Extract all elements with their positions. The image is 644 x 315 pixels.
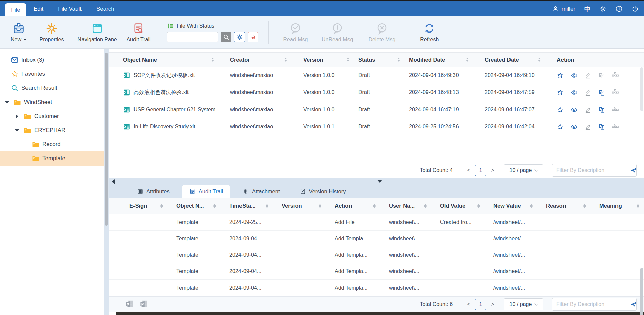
horizontal-scrollbar[interactable] [116,312,644,315]
send-filter-button[interactable] [630,298,637,310]
sidebar-item-windsheet[interactable]: WindSheet [0,95,104,109]
refresh-button[interactable]: Refresh [417,22,442,43]
table-row[interactable]: 高效液相色谱法检验.xlt windsheet\maxiao Version 1… [109,84,644,101]
view-eye-icon[interactable] [571,123,578,130]
read-msg-button[interactable]: Read Msg [283,22,308,43]
sort-icon[interactable] [211,58,214,62]
table-row[interactable]: Template 2024-09-25... Add File windshee… [109,214,644,231]
delete-msg-button[interactable]: Delete Msg [368,22,395,43]
sort-icon[interactable] [213,204,216,208]
new-button[interactable]: New [6,22,32,43]
copy-document-icon[interactable] [598,123,605,130]
power-icon[interactable] [632,5,639,12]
audit-table-scrollbar-thumb[interactable] [640,268,643,315]
table-row[interactable]: Template 2024-09-04... Add Templa... win… [109,231,644,247]
prev-page-button[interactable]: < [462,167,475,174]
page-number[interactable]: 1 [475,165,486,176]
status-settings-button[interactable] [234,32,245,42]
new-dropdown-caret-icon[interactable] [23,39,27,41]
tab-attachment[interactable]: Attachment [235,185,287,198]
workflow-icon[interactable] [612,89,619,96]
sidebar-item-customer[interactable]: Customer [0,109,104,123]
tab-version-history[interactable]: Version History [292,185,353,198]
sidebar-scrollbar-thumb[interactable] [105,53,108,226]
table-row[interactable]: SOP文件收发记录模板.xlt windsheet\maxiao Version… [109,67,644,84]
sidebar-item-favorites[interactable]: Favorites [0,67,104,81]
view-eye-icon[interactable] [571,106,578,113]
sidebar-scrollbar[interactable] [104,49,109,315]
menu-tab-file[interactable]: File [5,3,26,16]
navigation-pane-button[interactable]: Navigation Pane [75,22,119,43]
next-page-button[interactable]: > [486,167,499,174]
caret-down-icon[interactable] [5,101,9,104]
sort-icon[interactable] [538,58,541,62]
table-row[interactable]: Template 2024-09-04... Add Templa... win… [109,263,644,280]
next-page-button[interactable]: > [486,301,499,308]
edit-pencil-icon[interactable] [584,106,591,113]
workflow-icon[interactable] [612,123,619,130]
caret-down-icon[interactable] [15,129,19,132]
status-clear-button[interactable] [248,32,258,42]
table-row[interactable]: Template 2024-09-04... Add Templa... win… [109,247,644,263]
table-row[interactable]: Template 2024-09-04... Add Templa... win… [109,280,644,296]
language-toggle[interactable]: 中 [584,5,590,13]
files-table-scrollbar-thumb[interactable] [640,67,643,111]
user-menu[interactable]: miller [552,5,575,12]
edit-pencil-icon[interactable] [584,123,591,130]
info-icon[interactable] [615,5,623,12]
page-size-select[interactable]: 10 / page [504,164,543,176]
favorite-star-icon[interactable] [557,106,564,113]
sort-icon[interactable] [397,58,400,62]
workflow-icon[interactable] [612,72,619,79]
collapse-down-icon[interactable] [377,180,382,183]
unread-msg-button[interactable]: UnRead Msg [322,22,353,43]
sort-icon[interactable] [583,204,586,208]
page-number[interactable]: 1 [475,299,486,310]
filter-description-input[interactable] [552,298,630,310]
menu-tab-edit[interactable]: Edit [34,6,43,12]
sort-icon[interactable] [424,204,427,208]
workflow-icon[interactable] [612,106,619,113]
send-filter-button[interactable] [630,164,637,176]
sort-icon[interactable] [530,204,533,208]
view-eye-icon[interactable] [571,89,578,96]
sort-icon[interactable] [284,58,287,62]
sort-icon[interactable] [466,58,469,62]
table-row[interactable]: In-Life Discovery Study.xlt windsheet\ma… [109,118,644,135]
sidebar-item-record[interactable]: Record [0,137,104,151]
sort-icon[interactable] [637,204,639,208]
copy-document-icon[interactable] [598,89,605,96]
settings-gear-icon[interactable] [599,5,606,12]
sort-icon[interactable] [347,58,350,62]
edit-pencil-icon[interactable] [584,89,591,96]
prev-page-button[interactable]: < [462,301,475,308]
sort-icon[interactable] [373,204,376,208]
caret-right-icon[interactable] [16,114,18,118]
favorite-star-icon[interactable] [557,123,564,130]
table-row[interactable]: USP General Chapter 621 System windsheet… [109,101,644,118]
sort-icon[interactable] [477,204,480,208]
export-excel-icon[interactable] [125,300,134,309]
sidebar-item-eryephar[interactable]: ERYEPHAR [0,123,104,137]
sort-icon[interactable] [319,204,321,208]
sidebar-item-search-result[interactable]: Search Result [0,81,104,95]
view-eye-icon[interactable] [571,72,578,79]
copy-document-icon[interactable] [598,72,605,79]
page-size-select[interactable]: 10 / page [504,298,543,310]
menu-tab-search[interactable]: Search [96,6,114,12]
sidebar-item-inbox[interactable]: Inbox (3) [0,53,104,67]
sort-icon[interactable] [160,204,163,208]
menu-tab-file-vault[interactable]: File Vault [58,6,82,12]
favorite-star-icon[interactable] [557,89,564,96]
properties-button[interactable]: Properties [39,22,64,43]
status-search-button[interactable] [221,32,231,42]
tab-audit-trail[interactable]: Audit Trail [182,185,230,198]
sort-icon[interactable] [266,204,268,208]
file-status-input[interactable] [167,32,218,42]
sidebar-item-template[interactable]: Template [0,151,104,166]
favorite-star-icon[interactable] [557,72,564,79]
export-pdf-icon[interactable] [139,300,148,309]
collapse-left-icon[interactable] [112,179,115,184]
audit-trail-button[interactable]: Audit Trail [126,22,151,43]
edit-pencil-icon[interactable] [584,72,591,79]
